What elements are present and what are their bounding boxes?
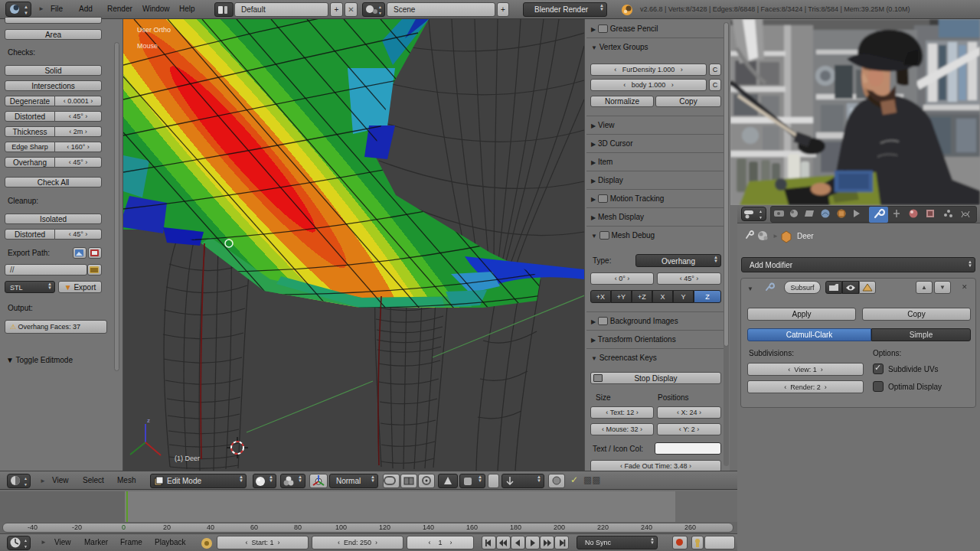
svg-text:▼: ▼ bbox=[24, 544, 28, 549]
svg-text:▲: ▲ bbox=[378, 5, 382, 9]
svg-text:▼: ▼ bbox=[378, 11, 382, 15]
svg-text:▼: ▼ bbox=[24, 482, 28, 487]
svg-text:►: ► bbox=[773, 233, 779, 240]
svg-text:▼: ▼ bbox=[759, 215, 763, 220]
svg-text:▲: ▲ bbox=[24, 538, 28, 543]
svg-text:▼: ▼ bbox=[24, 11, 28, 15]
svg-text:Mouse: Mouse bbox=[137, 42, 158, 50]
svg-text:Deer: Deer bbox=[797, 232, 814, 240]
svg-text:▲: ▲ bbox=[24, 476, 28, 481]
svg-text:▲: ▲ bbox=[24, 5, 28, 9]
svg-text:User Ortho: User Ortho bbox=[137, 26, 171, 34]
svg-text:z: z bbox=[147, 417, 150, 424]
svg-text:(1) Deer: (1) Deer bbox=[175, 455, 200, 462]
svg-text:▲: ▲ bbox=[759, 209, 763, 214]
